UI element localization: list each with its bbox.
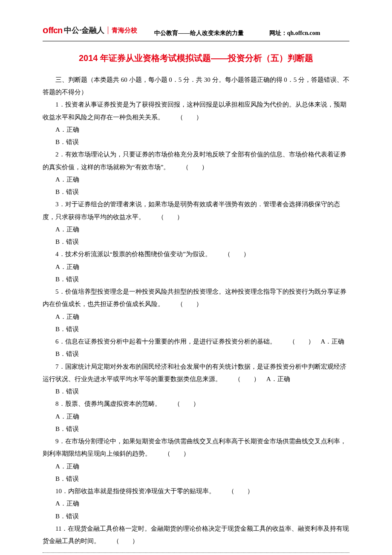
option-b: B．错误: [43, 236, 349, 248]
question-text: 4．技术分析流派以“股票的价格围绕价值变动”为假设。 （ ）: [43, 248, 349, 260]
option-a: A．正确: [43, 410, 349, 423]
page-header: offcn 中公·金融人 青海分校 中公教育——给人改变未来的力量 网址：qh.…: [43, 21, 349, 41]
document-page: offcn 中公·金融人 青海分校 中公教育——给人改变未来的力量 网址：qh.…: [0, 0, 392, 555]
document-title: 2014 年证券从业资格考试模拟试题——投资分析（五）判断题: [43, 50, 349, 66]
brand-logo: offcn 中公·金融人 青海分校: [43, 21, 137, 39]
option-a: A．正确: [43, 311, 349, 323]
question-text: 9．在市场分割理论中，如果短期资金市场供需曲线交叉点利率高于长期资金市场供需曲线…: [43, 435, 349, 460]
option-a: A．正确: [43, 124, 349, 136]
option-b: B．错误: [43, 385, 349, 398]
offcn-logo: offcn: [43, 21, 62, 39]
brand-cn-text: 中公·金融人: [64, 23, 104, 38]
option-b: B．错误: [43, 510, 349, 523]
option-b: B．错误: [43, 186, 349, 198]
branch-name: 青海分校: [112, 24, 137, 37]
option-a: A．正确: [43, 223, 349, 236]
section-intro: 三、判断题（本类题共 60 小题，每小题 0．5 分．共 30 分。每小题答题正…: [43, 74, 349, 99]
question-text: 5．价值培养型投资理念是一种投资风险共担型的投资理念。这种投资理念指导下的投资行…: [43, 286, 349, 311]
option-a: A．正确: [43, 173, 349, 186]
question-text: 6．信息在证券投资分析中起着十分重要的作用，是进行证券投资分析的基础。 （ ） …: [43, 335, 349, 348]
option-b: B．错误: [43, 273, 349, 286]
question-text: 10．内部收益率就是指使得投资净现值大于零的贴现率。 （ ）: [43, 485, 349, 497]
question-text: 8．股票、债券均属虚拟资本的范畴。 （ ）: [43, 398, 349, 410]
question-text: 11．在现货金融工具价格一定时。金融期货的理论价格决定于现货金额工具的收益率、融…: [43, 523, 349, 548]
header-slogan: 中公教育——给人改变未来的力量: [154, 28, 244, 39]
option-b: B．错误: [43, 473, 349, 485]
option-b: B．错误: [43, 323, 349, 335]
option-b: B．错误: [43, 348, 349, 360]
option-a: A．正确: [43, 460, 349, 473]
option-a: A．正确: [43, 497, 349, 510]
option-b: B．错误: [43, 136, 349, 148]
header-url: 网址：qh.offcn.com: [269, 28, 320, 39]
question-text: 2．有效市场理论认为，只要证券的市场价格充分及时地反映了全部有价值的信息、市场价…: [43, 148, 349, 173]
question-text: 1．投资者从事证券投资是为了获得投资回报，这种回报是以承担相应风险为代价的。从总…: [43, 98, 349, 124]
vertical-divider-icon: [108, 26, 108, 34]
question-text: 3．对于证券组合的管理者来说，如果市场是弱势有效或者半强势有效的．管理者会选择消…: [43, 198, 349, 223]
option-b: B．错误: [43, 423, 349, 435]
document-body: 三、判断题（本类题共 60 小题，每小题 0．5 分．共 30 分。每小题答题正…: [43, 74, 349, 548]
question-text: 7．国家统计局定期对外发布的国民经济和社会发展中的有关统计数据，是证券投资分析中…: [43, 361, 349, 386]
option-a: A．正确: [43, 261, 349, 273]
